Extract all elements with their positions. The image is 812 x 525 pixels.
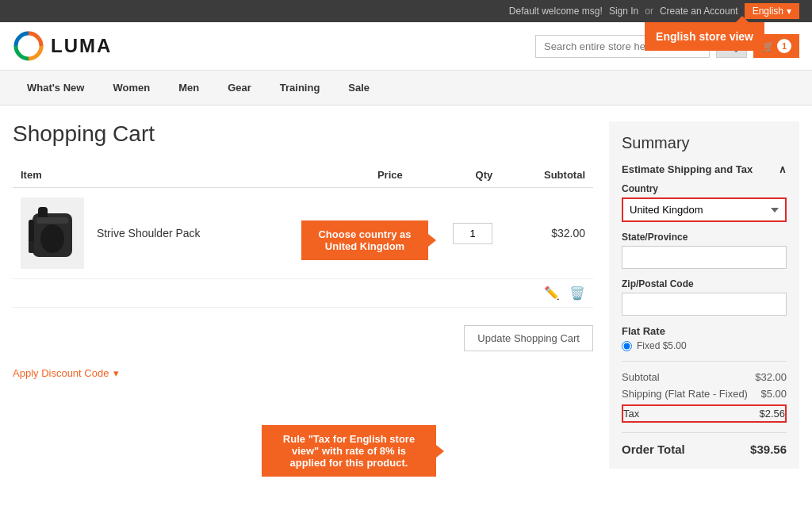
nav-item-sale[interactable]: Sale xyxy=(334,71,384,105)
collapse-icon: ∧ xyxy=(779,163,787,175)
subtotal-row: Subtotal $32.00 xyxy=(622,371,787,383)
cart-count: 1 xyxy=(777,39,791,53)
col-qty: Qty xyxy=(411,163,501,188)
product-subtotal: $32.00 xyxy=(500,188,593,279)
country-group: Country United Kingdom United States Can… xyxy=(622,183,787,222)
discount-section: Apply Discount Code ▾ xyxy=(13,367,593,379)
top-bar: Default welcome msg! Sign In or Create a… xyxy=(0,0,812,22)
order-total-row: Order Total $39.56 xyxy=(622,443,787,456)
update-cart-button[interactable]: Update Shopping Cart xyxy=(464,325,593,351)
language-button[interactable]: English ▾ xyxy=(745,3,799,19)
summary-box: Summary Estimate Shipping and Tax ∧ Coun… xyxy=(609,121,799,469)
order-total-label: Order Total xyxy=(622,443,685,456)
tax-label: Tax xyxy=(623,408,639,420)
flat-rate-radio[interactable] xyxy=(622,341,632,351)
country-tooltip-text: Choose country as United Kingdom xyxy=(318,228,411,252)
divider xyxy=(622,361,787,362)
tax-value: $2.56 xyxy=(759,408,785,420)
chevron-down-icon: ▾ xyxy=(113,367,119,379)
page-title: Shopping Cart xyxy=(13,121,593,147)
main-content: Shopping Cart Item Price Qty Subtotal xyxy=(0,105,812,485)
flat-rate-section: Flat Rate Fixed $5.00 xyxy=(622,325,787,351)
zip-input[interactable] xyxy=(622,293,787,316)
svg-rect-3 xyxy=(36,217,68,224)
svg-rect-6 xyxy=(29,241,34,253)
summary-sidebar: Summary Estimate Shipping and Tax ∧ Coun… xyxy=(609,121,799,469)
subtotal-value: $32.00 xyxy=(755,371,787,383)
col-subtotal: Subtotal xyxy=(500,163,593,188)
store-view-tooltip-text: English store view xyxy=(656,30,753,43)
flat-rate-option-label: Fixed $5.00 xyxy=(637,340,687,351)
nav-item-gear[interactable]: Gear xyxy=(213,71,266,105)
store-view-tooltip: English store view xyxy=(645,22,764,51)
svg-rect-5 xyxy=(29,220,34,243)
svg-point-4 xyxy=(40,224,64,253)
create-account-link[interactable]: Create an Account xyxy=(660,6,738,17)
logo-text: LUMA xyxy=(51,35,112,57)
logo-icon xyxy=(13,30,44,62)
state-input[interactable] xyxy=(622,246,787,269)
nav-item-whats-new[interactable]: What's New xyxy=(13,71,98,105)
tax-row: Tax $2.56 xyxy=(622,404,787,423)
zip-group: Zip/Postal Code xyxy=(622,278,787,316)
tax-tooltip: Rule "Tax for English store view" with r… xyxy=(262,425,436,477)
flat-rate-option: Fixed $5.00 xyxy=(622,340,787,351)
zip-label: Zip/Postal Code xyxy=(622,278,787,289)
shipping-section-label: Estimate Shipping and Tax xyxy=(622,163,753,175)
shipping-section-header[interactable]: Estimate Shipping and Tax ∧ xyxy=(622,163,787,175)
state-group: State/Province xyxy=(622,232,787,269)
nav-item-training[interactable]: Training xyxy=(266,71,335,105)
product-image xyxy=(21,197,84,269)
qty-input[interactable] xyxy=(453,223,492,244)
order-total-value: $39.56 xyxy=(750,443,787,456)
summary-title: Summary xyxy=(622,134,787,152)
edit-item-button[interactable]: ✏️ xyxy=(544,285,560,301)
shipping-label: Shipping (Flat Rate - Fixed) xyxy=(622,388,748,400)
logo[interactable]: LUMA xyxy=(13,30,112,62)
chevron-down-icon: ▾ xyxy=(787,6,791,17)
tax-tooltip-text: Rule "Tax for English store view" with r… xyxy=(283,433,415,469)
svg-rect-2 xyxy=(38,207,48,219)
or-separator: or xyxy=(645,6,653,17)
discount-toggle-button[interactable]: Apply Discount Code ▾ xyxy=(13,367,119,379)
divider-2 xyxy=(622,432,787,433)
lang-label: English xyxy=(753,6,783,17)
nav-item-women[interactable]: Women xyxy=(98,71,164,105)
welcome-message: Default welcome msg! xyxy=(509,6,603,17)
shipping-value: $5.00 xyxy=(760,388,787,400)
flat-rate-label: Flat Rate xyxy=(622,325,665,337)
nav-item-men[interactable]: Men xyxy=(164,71,213,105)
country-select[interactable]: United Kingdom United States Canada Aust… xyxy=(622,197,787,222)
col-item: Item xyxy=(13,163,330,188)
col-price: Price xyxy=(330,163,411,188)
signin-link[interactable]: Sign In xyxy=(609,6,638,17)
country-label: Country xyxy=(622,183,787,194)
country-tooltip: Choose country as United Kingdom xyxy=(301,220,428,260)
cart-actions-row: ✏️ 🗑️ xyxy=(13,279,593,308)
state-label: State/Province xyxy=(622,232,787,243)
subtotal-label: Subtotal xyxy=(622,371,660,383)
discount-label: Apply Discount Code xyxy=(13,367,109,379)
cart-content: Shopping Cart Item Price Qty Subtotal xyxy=(13,121,593,469)
product-cell: Strive Shoulder Pack xyxy=(13,188,330,279)
shipping-row: Shipping (Flat Rate - Fixed) $5.00 xyxy=(622,388,787,400)
delete-item-button[interactable]: 🗑️ xyxy=(569,285,585,301)
product-name: Strive Shoulder Pack xyxy=(97,227,201,240)
actions-cell: ✏️ 🗑️ xyxy=(13,279,593,308)
main-nav: What's New Women Men Gear Training Sale xyxy=(0,71,812,105)
